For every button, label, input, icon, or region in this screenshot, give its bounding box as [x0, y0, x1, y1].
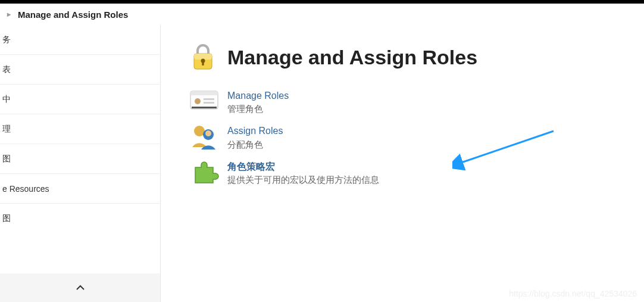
svg-rect-3 — [202, 61, 204, 66]
list-item: Manage Roles 管理角色 — [189, 88, 644, 115]
breadcrumb-title: Manage and Assign Roles — [18, 10, 128, 20]
assign-roles-link[interactable]: Assign Roles — [227, 124, 283, 138]
item-texts: 角色策略宏 提供关于可用的宏以及使用方法的信息 — [227, 159, 379, 186]
sidebar-item-label: 中 — [2, 94, 11, 105]
sidebar-item-label: 图 — [2, 213, 11, 224]
breadcrumb: ▸ Manage and Assign Roles — [0, 4, 644, 25]
item-description: 提供关于可用的宏以及使用方法的信息 — [227, 173, 379, 186]
sidebar-item[interactable]: 理 — [0, 114, 160, 144]
page-title: Manage and Assign Roles — [227, 46, 477, 69]
users-icon — [189, 123, 219, 150]
sidebar-item[interactable]: e Resources — [0, 174, 160, 204]
manage-roles-link[interactable]: Manage Roles — [227, 89, 289, 102]
item-texts: Manage Roles 管理角色 — [227, 88, 289, 115]
sidebar-item-label: 图 — [2, 154, 11, 164]
sidebar-item[interactable]: 表 — [0, 55, 160, 85]
id-card-icon — [189, 88, 219, 112]
sidebar-item[interactable]: 图 — [0, 204, 160, 233]
watermark: https://blog.csdn.net/qq_42534026 — [509, 289, 637, 298]
list-item: 角色策略宏 提供关于可用的宏以及使用方法的信息 — [189, 159, 644, 186]
sidebar-item[interactable]: 中 — [0, 85, 160, 114]
lock-icon — [189, 43, 217, 71]
layout: 务 表 中 理 图 e Resources 图 — [0, 25, 644, 302]
item-description: 管理角色 — [227, 102, 289, 115]
main-content: Manage and Assign Roles Manage Roles 管理角… — [161, 25, 644, 302]
item-texts: Assign Roles 分配角色 — [227, 123, 283, 150]
sidebar-item-label: e Resources — [2, 184, 49, 194]
chevron-right-icon: ▸ — [7, 10, 11, 18]
list-item: Assign Roles 分配角色 — [189, 123, 644, 150]
role-strategy-macro-link[interactable]: 角色策略宏 — [227, 160, 379, 173]
svg-point-12 — [205, 130, 211, 136]
sidebar: 务 表 中 理 图 e Resources 图 — [0, 25, 161, 302]
svg-rect-7 — [204, 98, 214, 100]
page-title-row: Manage and Assign Roles — [189, 43, 644, 71]
item-description: 分配角色 — [227, 138, 283, 151]
sidebar-item-label: 表 — [2, 64, 11, 75]
sidebar-collapse-button[interactable] — [0, 273, 160, 302]
svg-rect-5 — [190, 91, 218, 95]
sidebar-item-label: 理 — [2, 124, 11, 135]
svg-point-6 — [195, 98, 201, 104]
puzzle-icon — [189, 159, 219, 185]
svg-rect-9 — [192, 107, 217, 108]
sidebar-list: 务 表 中 理 图 e Resources 图 — [0, 25, 160, 273]
chevron-up-icon — [74, 282, 86, 294]
sidebar-item[interactable]: 图 — [0, 144, 160, 174]
sidebar-item[interactable]: 务 — [0, 25, 160, 55]
sidebar-item-label: 务 — [2, 35, 11, 45]
svg-rect-8 — [204, 102, 214, 104]
